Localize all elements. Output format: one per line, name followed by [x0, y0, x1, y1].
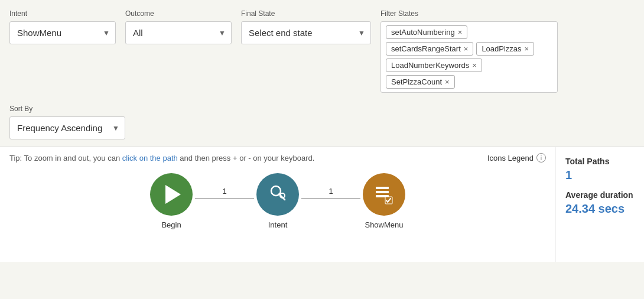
tag-SetPizzaCount-remove[interactable]: × — [445, 78, 450, 86]
connector-1-line — [195, 198, 254, 199]
outcome-filter-group: Outcome All ▼ — [125, 9, 232, 44]
svg-rect-5 — [376, 191, 389, 193]
flow-diagram: Begin 1 Intent — [9, 168, 546, 229]
intent-label: Intent — [9, 9, 116, 18]
outcome-dropdown-wrapper: All ▼ — [125, 21, 232, 44]
filter-states-box: setAutoNumbering × setCardsRangeStart × … — [380, 21, 558, 93]
tag-LoadNumberKeywords: LoadNumberKeywords × — [386, 58, 482, 72]
total-paths-label: Total Paths — [565, 157, 635, 166]
intent-svg-icon — [266, 183, 290, 206]
tip-text: Tip: To zoom in and out, you can click o… — [9, 154, 314, 162]
node-begin-circle — [150, 173, 193, 216]
total-paths-value: 1 — [565, 168, 635, 182]
svg-rect-4 — [376, 187, 389, 189]
sort-dropdown-wrapper: Frequency Ascending ▼ — [9, 116, 125, 139]
avg-duration-label: Average duration — [565, 190, 635, 200]
node-showmenu-circle — [363, 173, 405, 216]
stats-panel: Total Paths 1 Average duration 24.34 sec… — [555, 147, 644, 262]
final-state-dropdown[interactable]: Select end state — [241, 21, 371, 44]
outcome-dropdown[interactable]: All — [125, 21, 232, 44]
node-intent-label: Intent — [268, 220, 288, 229]
node-intent-circle — [256, 173, 299, 216]
connector-2-label: 1 — [328, 187, 333, 196]
tip-link: click on the path — [122, 154, 178, 162]
intent-dropdown-wrapper: ShowMenu ▼ — [9, 21, 116, 44]
tag-setCardsRangeStart-text: setCardsRangeStart — [391, 44, 461, 53]
filter-states-label: Filter States — [380, 9, 635, 18]
showmenu-svg-icon — [372, 183, 396, 206]
tag-LoadNumberKeywords-remove[interactable]: × — [472, 61, 477, 69]
info-icon: i — [536, 153, 546, 162]
sort-section: Sort By Frequency Ascending ▼ — [0, 100, 644, 147]
final-state-dropdown-wrapper: Select end state ▼ — [241, 21, 371, 44]
intent-dropdown[interactable]: ShowMenu — [9, 21, 116, 44]
icons-legend-label: Icons Legend — [487, 154, 534, 162]
connector-2-line — [301, 198, 360, 199]
tag-SetPizzaCount: SetPizzaCount × — [386, 75, 455, 89]
avg-duration-value: 24.34 secs — [565, 202, 635, 216]
tag-setCardsRangeStart: setCardsRangeStart × — [386, 42, 473, 56]
icons-legend-button[interactable]: Icons Legend i — [487, 153, 546, 162]
tag-setAutoNumbering: setAutoNumbering × — [386, 25, 467, 39]
tag-LoadPizzas: LoadPizzas × — [476, 42, 534, 56]
tag-LoadPizzas-remove[interactable]: × — [525, 45, 529, 53]
filter-states-group: Filter States setAutoNumbering × setCard… — [380, 9, 635, 93]
connector-2: 1 — [301, 187, 360, 199]
tag-SetPizzaCount-text: SetPizzaCount — [391, 77, 442, 86]
tag-setCardsRangeStart-remove[interactable]: × — [464, 45, 469, 53]
final-state-label: Final State — [241, 9, 371, 18]
node-intent: Intent — [256, 173, 299, 229]
node-showmenu: ShowMenu — [363, 173, 405, 229]
play-icon — [165, 185, 181, 204]
sort-label: Sort By — [9, 105, 635, 113]
sort-dropdown[interactable]: Frequency Ascending — [9, 116, 125, 139]
connector-1: 1 — [195, 187, 254, 199]
tag-setAutoNumbering-remove[interactable]: × — [458, 28, 463, 36]
node-showmenu-label: ShowMenu — [365, 220, 403, 229]
tip-bar: Tip: To zoom in and out, you can click o… — [9, 153, 546, 162]
node-begin: Begin — [150, 173, 193, 229]
tag-setAutoNumbering-text: setAutoNumbering — [391, 28, 455, 37]
intent-filter-group: Intent ShowMenu ▼ — [9, 9, 116, 44]
diagram-area: Tip: To zoom in and out, you can click o… — [0, 147, 555, 262]
tag-LoadPizzas-text: LoadPizzas — [482, 44, 521, 53]
bottom-section: Tip: To zoom in and out, you can click o… — [0, 147, 644, 262]
final-state-filter-group: Final State Select end state ▼ — [241, 9, 371, 44]
node-begin-label: Begin — [161, 220, 181, 229]
connector-1-label: 1 — [222, 187, 226, 196]
tag-LoadNumberKeywords-text: LoadNumberKeywords — [391, 61, 469, 70]
filters-section: Intent ShowMenu ▼ Outcome All ▼ Final St… — [0, 0, 644, 100]
outcome-label: Outcome — [125, 9, 232, 18]
